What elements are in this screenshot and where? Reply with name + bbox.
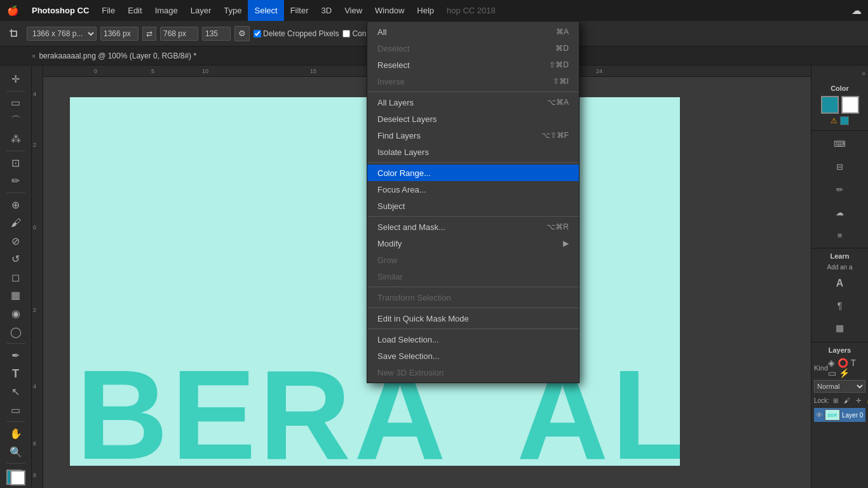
collapse-arrow-icon[interactable]: » bbox=[862, 70, 865, 77]
settings-button[interactable]: ⚙ bbox=[234, 26, 250, 41]
gradient-tool[interactable]: ▦ bbox=[6, 287, 26, 304]
menu-item-load-selection[interactable]: Load Selection... bbox=[367, 331, 579, 348]
color-bg-swatch[interactable] bbox=[841, 96, 859, 114]
menu-item-save-selection[interactable]: Save Selection... bbox=[367, 348, 579, 364]
menu-item-grow[interactable]: Grow bbox=[367, 252, 579, 268]
menu-type[interactable]: Type bbox=[217, 0, 248, 21]
left-toolbar: ✛ ▭ ⌒ ⁂ ⊡ ✏ ⊕ 🖌 ⊘ ↺ ◻ ▦ ◉ ◯ ✒ T ↖ ▭ ✋ 🔍 bbox=[0, 65, 32, 488]
history-brush-tool[interactable]: ↺ bbox=[6, 251, 26, 268]
menu-edit[interactable]: Edit bbox=[121, 0, 148, 21]
kind-label: Kind bbox=[814, 364, 828, 372]
width-input[interactable] bbox=[100, 27, 139, 41]
dodge-tool[interactable]: ◯ bbox=[6, 323, 26, 341]
blur-tool[interactable]: ◉ bbox=[6, 305, 26, 322]
menu-window[interactable]: Window bbox=[369, 0, 410, 21]
menu-view[interactable]: View bbox=[338, 0, 369, 21]
menu-help[interactable]: Help bbox=[410, 0, 440, 21]
menu-item-similar-label: Similar bbox=[377, 272, 403, 281]
lasso-tool[interactable]: ⌒ bbox=[6, 112, 26, 130]
lock-all-icon[interactable]: 🔒 bbox=[865, 395, 868, 405]
menu-item-deselect-layers[interactable]: Deselect Layers bbox=[367, 111, 579, 127]
menu-item-deselect[interactable]: Deselect ⌘D bbox=[367, 40, 579, 57]
menu-file[interactable]: File bbox=[95, 0, 121, 21]
pen-tool[interactable]: ✒ bbox=[6, 347, 26, 364]
right-panel-icon-1[interactable]: ⌨ bbox=[830, 133, 850, 154]
menu-3d[interactable]: 3D bbox=[315, 0, 339, 21]
menu-item-transform-selection[interactable]: Transform Selection bbox=[367, 289, 579, 306]
menu-item-select-mask[interactable]: Select and Mask... ⌥⌘R bbox=[367, 219, 579, 235]
lock-transparent-icon[interactable]: ⊞ bbox=[831, 395, 841, 405]
healing-brush-tool[interactable]: ⊕ bbox=[6, 196, 26, 214]
tab-close-button[interactable]: × bbox=[32, 52, 36, 60]
eye-visibility-icon[interactable]: 👁 bbox=[816, 411, 823, 419]
menu-item-color-range[interactable]: Color Range... bbox=[367, 165, 579, 181]
menu-item-quick-mask-label: Edit in Quick Mask Mode bbox=[377, 314, 469, 323]
menu-item-all[interactable]: All ⌘A bbox=[367, 24, 579, 40]
menu-bar: 🍎 Photoshop CC File Edit Image Layer Typ… bbox=[0, 0, 868, 21]
menu-bar-right: ☁ bbox=[851, 4, 868, 17]
path-selection-tool[interactable]: ↖ bbox=[6, 383, 26, 400]
crop-tool-icon[interactable] bbox=[5, 25, 23, 43]
type-tool[interactable]: T bbox=[6, 365, 26, 383]
magic-wand-tool[interactable]: ⁂ bbox=[6, 131, 26, 148]
paragraph-icon[interactable]: ¶ bbox=[830, 295, 850, 316]
menu-item-similar[interactable]: Similar bbox=[367, 268, 579, 285]
menu-item-find-layers[interactable]: Find Layers ⌥⇧⌘F bbox=[367, 127, 579, 144]
right-panel-icon-4[interactable]: ☁ bbox=[830, 202, 850, 222]
menu-item-find-layers-shortcut: ⌥⇧⌘F bbox=[541, 131, 569, 140]
color-fg-swatch[interactable] bbox=[821, 96, 839, 114]
ruler-mark-0: 0 bbox=[94, 68, 97, 74]
select-dropdown-menu[interactable]: All ⌘A Deselect ⌘D Reselect ⇧⌘D Inverse … bbox=[367, 21, 580, 383]
right-panel-icon-5[interactable]: ≡ bbox=[830, 225, 850, 245]
size-preset-select[interactable]: 868 x 488 p... bbox=[27, 27, 97, 41]
eraser-tool[interactable]: ◻ bbox=[6, 269, 26, 286]
right-panel-icon-2[interactable]: ⊟ bbox=[830, 156, 850, 177]
hand-tool[interactable]: ✋ bbox=[6, 425, 26, 442]
menu-item-modify[interactable]: Modify ▶ bbox=[367, 235, 579, 252]
zoom-tool[interactable]: 🔍 bbox=[6, 444, 26, 461]
content-aware-checkbox[interactable] bbox=[342, 30, 350, 37]
blending-mode-select[interactable]: Normal bbox=[814, 380, 865, 393]
menu-item-isolate-layers[interactable]: Isolate Layers bbox=[367, 144, 579, 160]
ruler-mark-v2: 0 bbox=[33, 224, 36, 231]
swap-dimensions-icon[interactable]: ⇄ bbox=[142, 27, 156, 41]
creative-cloud-icon[interactable]: ☁ bbox=[851, 4, 862, 17]
tool-separator-1 bbox=[6, 91, 25, 92]
menu-layer[interactable]: Layer bbox=[184, 0, 218, 21]
lock-image-icon[interactable]: 🖌 bbox=[842, 395, 852, 405]
layer-row-0[interactable]: 👁 BER Layer 0 bbox=[814, 408, 865, 422]
background-color[interactable] bbox=[10, 470, 25, 485]
delete-cropped-checkbox[interactable] bbox=[254, 30, 261, 37]
menu-item-quick-mask[interactable]: Edit in Quick Mask Mode bbox=[367, 310, 579, 327]
menu-item-reselect-shortcut: ⇧⌘D bbox=[549, 60, 569, 69]
menu-filter[interactable]: Filter bbox=[284, 0, 315, 21]
brush-tool[interactable]: 🖌 bbox=[6, 214, 26, 231]
svg-rect-0 bbox=[11, 29, 12, 36]
shape-tool[interactable]: ▭ bbox=[6, 402, 26, 419]
clone-stamp-tool[interactable]: ⊘ bbox=[6, 233, 26, 250]
menu-item-reselect[interactable]: Reselect ⇧⌘D bbox=[367, 57, 579, 73]
marquee-tool[interactable]: ▭ bbox=[6, 94, 26, 111]
layer-name: Layer 0 bbox=[842, 412, 863, 419]
color-picker-mini[interactable] bbox=[840, 116, 849, 125]
menu-item-subject[interactable]: Subject bbox=[367, 198, 579, 214]
color-swatches[interactable] bbox=[6, 470, 25, 485]
menu-select[interactable]: Select bbox=[248, 0, 283, 21]
text-tool-icon[interactable]: A bbox=[830, 273, 850, 294]
lock-position-icon[interactable]: ✛ bbox=[853, 395, 864, 405]
menu-item-inverse[interactable]: Inverse ⇧⌘I bbox=[367, 73, 579, 90]
menu-image[interactable]: Image bbox=[149, 0, 184, 21]
color-warning-icon: ⚠ bbox=[831, 116, 837, 125]
menu-item-all-layers[interactable]: All Layers ⌥⌘A bbox=[367, 94, 579, 111]
crop-tool[interactable]: ⊡ bbox=[6, 154, 26, 172]
right-panel-icon-3[interactable]: ✏ bbox=[830, 179, 850, 200]
height-input[interactable] bbox=[160, 27, 198, 41]
menu-item-focus-area[interactable]: Focus Area... bbox=[367, 181, 579, 198]
grid-icon[interactable]: ▦ bbox=[830, 318, 850, 338]
apple-menu[interactable]: 🍎 bbox=[0, 0, 25, 21]
eyedropper-tool[interactable]: ✏ bbox=[6, 172, 26, 189]
move-tool[interactable]: ✛ bbox=[6, 71, 26, 88]
color-panel-title: Color bbox=[831, 85, 849, 92]
rotation-input[interactable] bbox=[202, 27, 231, 41]
menu-item-new-3d[interactable]: New 3D Extrusion bbox=[367, 364, 579, 381]
